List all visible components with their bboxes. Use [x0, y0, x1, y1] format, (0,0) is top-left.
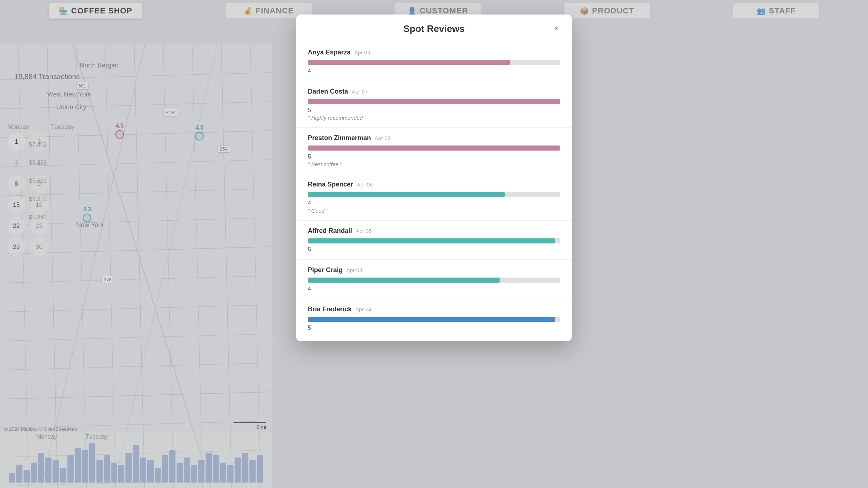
review-rating: 4 — [308, 200, 560, 206]
review-rating: 5 — [308, 246, 560, 253]
review-bar-fill — [308, 238, 555, 243]
review-header: Reina SpencerApr 06 — [308, 181, 560, 188]
close-icon: × — [554, 24, 559, 33]
review-item: Preston ZimmermanApr 065" Best coffee " — [296, 128, 572, 174]
review-name: Anya Esparza — [308, 49, 351, 56]
review-rating: 5 — [308, 107, 560, 114]
modal-overlay[interactable]: Spot Reviews × Anya EsparzaApr 094Darien… — [0, 0, 868, 488]
review-date: Apr 09 — [354, 49, 370, 56]
review-bar-container — [308, 145, 560, 151]
review-name: Alfred Randall — [308, 227, 352, 235]
review-header: Darien CostaApr 07 — [308, 88, 560, 95]
review-bar-fill — [308, 192, 505, 197]
review-bar-fill — [308, 99, 560, 104]
review-date: Apr 05 — [356, 228, 372, 234]
review-item: Piper CraigApr 044 — [296, 260, 572, 299]
review-rating: 5 — [308, 325, 560, 331]
review-header: Bria FrederickApr 04 — [308, 305, 560, 313]
review-bar-fill — [308, 60, 510, 65]
modal-header: Spot Reviews × — [296, 15, 572, 42]
review-item: Bria FrederickApr 045 — [296, 299, 572, 338]
review-name: Bria Frederick — [308, 305, 352, 313]
review-bar-container — [308, 60, 560, 65]
review-item: Reina SpencerApr 064" Good " — [296, 174, 572, 221]
review-date: Apr 06 — [375, 135, 390, 141]
review-bar-fill — [308, 278, 500, 283]
review-bar-fill — [308, 145, 560, 151]
review-item: Anya EsparzaApr 094 — [296, 42, 572, 81]
review-date: Apr 06 — [357, 181, 373, 188]
review-bar-container — [308, 99, 560, 104]
review-text: " Best coffee " — [308, 161, 560, 167]
review-rating: 5 — [308, 153, 560, 160]
review-date: Apr 04 — [346, 267, 362, 273]
review-date: Apr 07 — [352, 89, 368, 95]
review-header: Anya EsparzaApr 09 — [308, 49, 560, 56]
review-name: Darien Costa — [308, 88, 348, 95]
review-rating: 4 — [308, 286, 560, 292]
reviews-list[interactable]: Anya EsparzaApr 094Darien CostaApr 075" … — [296, 42, 572, 341]
review-item: Heather HuberApr 034 — [296, 338, 572, 341]
modal-title: Spot Reviews — [403, 23, 464, 34]
review-header: Preston ZimmermanApr 06 — [308, 134, 560, 142]
review-item: Alfred RandallApr 055 — [296, 221, 572, 260]
review-name: Piper Craig — [308, 266, 343, 274]
review-header: Alfred RandallApr 05 — [308, 227, 560, 235]
close-button[interactable]: × — [550, 22, 563, 35]
review-item: Darien CostaApr 075" Highly recommended … — [296, 81, 572, 128]
review-text: " Good " — [308, 208, 560, 214]
review-date: Apr 04 — [355, 306, 371, 312]
spot-reviews-modal: Spot Reviews × Anya EsparzaApr 094Darien… — [296, 15, 572, 341]
review-text: " Highly recommended " — [308, 115, 560, 121]
review-header: Piper CraigApr 04 — [308, 266, 560, 274]
review-bar-container — [308, 238, 560, 243]
review-bar-container — [308, 278, 560, 283]
review-name: Preston Zimmerman — [308, 134, 371, 142]
review-bar-container — [308, 317, 560, 322]
review-bar-container — [308, 192, 560, 197]
review-name: Reina Spencer — [308, 181, 353, 188]
review-rating: 4 — [308, 68, 560, 74]
review-bar-fill — [308, 317, 555, 322]
